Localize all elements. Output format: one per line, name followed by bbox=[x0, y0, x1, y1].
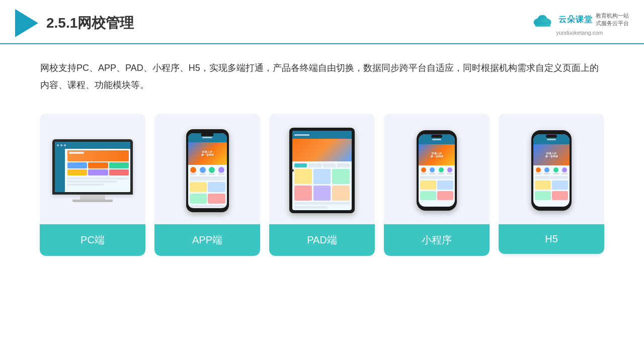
card-pad-image bbox=[269, 114, 375, 224]
svg-rect-3 bbox=[535, 22, 550, 26]
cards-container: PC端 职通人的第一堂网课 bbox=[0, 99, 644, 271]
logo-cloud: 云朵课堂 教育机构一站 式服务云平台 bbox=[530, 11, 629, 29]
card-h5-label: H5 bbox=[499, 224, 604, 254]
header: 2.5.1网校管理 云朵课堂 教育机构一站 式服务云平台 bbox=[0, 0, 644, 44]
cloud-icon bbox=[530, 11, 555, 29]
logo-triangle-icon bbox=[15, 9, 38, 37]
tablet-mockup bbox=[289, 128, 355, 213]
card-miniapp-image: 职通人的第一堂网课 bbox=[384, 114, 490, 224]
description-text: 网校支持PC、APP、PAD、小程序、H5，实现多端打通，产品各终端自由切换，数… bbox=[0, 44, 644, 99]
card-app: 职通人的第一堂网课 bbox=[154, 114, 260, 256]
card-h5: 职通人的第一堂网课 bbox=[499, 114, 604, 256]
header-right: 云朵课堂 教育机构一站 式服务云平台 yunduoketang.com bbox=[530, 11, 629, 36]
phone-mockup-miniapp: 职通人的第一堂网课 bbox=[417, 130, 457, 211]
card-pc-label: PC端 bbox=[40, 224, 145, 256]
phone-mockup-app: 职通人的第一堂网课 bbox=[186, 129, 229, 212]
card-app-image: 职通人的第一堂网课 bbox=[154, 114, 260, 224]
card-miniapp-label: 小程序 bbox=[384, 224, 490, 256]
card-app-label: APP端 bbox=[154, 224, 260, 256]
card-pc-image bbox=[40, 114, 145, 224]
description-paragraph: 网校支持PC、APP、PAD、小程序、H5，实现多端打通，产品各终端自由切换，数… bbox=[40, 59, 604, 94]
pc-mockup bbox=[52, 139, 133, 202]
logo-slogan: 教育机构一站 式服务云平台 bbox=[596, 12, 629, 28]
phone-mockup-h5: 职通人的第一堂网课 bbox=[531, 130, 572, 211]
card-h5-image: 职通人的第一堂网课 bbox=[499, 114, 604, 224]
page-title: 2.5.1网校管理 bbox=[46, 14, 134, 33]
logo-url: yunduoketang.com bbox=[556, 30, 603, 36]
card-pc: PC端 bbox=[40, 114, 145, 256]
svg-point-4 bbox=[545, 14, 547, 16]
logo-text-cn: 云朵课堂 bbox=[558, 15, 593, 25]
header-left: 2.5.1网校管理 bbox=[15, 9, 134, 37]
card-pad: PAD端 bbox=[269, 114, 375, 256]
card-pad-label: PAD端 bbox=[269, 224, 375, 256]
card-miniapp: 职通人的第一堂网课 bbox=[384, 114, 490, 256]
